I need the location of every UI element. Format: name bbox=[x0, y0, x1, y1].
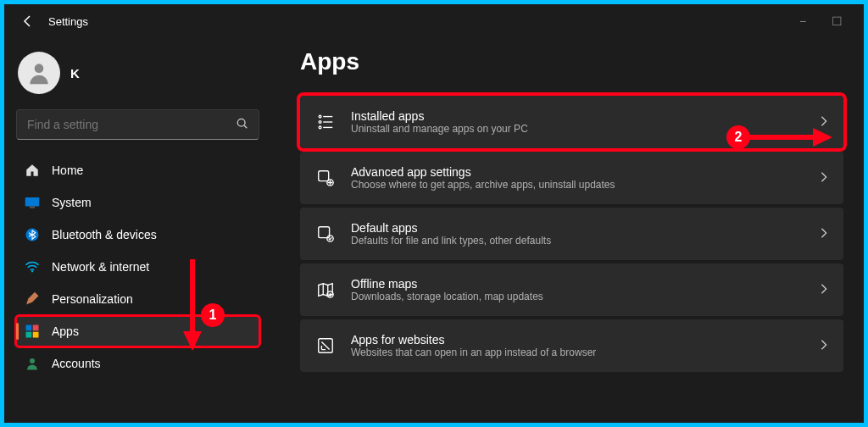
sidebar-item-label: Accounts bbox=[52, 357, 101, 370]
svg-rect-10 bbox=[33, 332, 39, 338]
page-title: Apps bbox=[300, 48, 843, 75]
annotation-arrow-1 bbox=[180, 259, 205, 352]
nav-list: Home System Bluetooth & devices Network … bbox=[16, 155, 259, 379]
default-apps-icon bbox=[315, 224, 336, 244]
chevron-right-icon bbox=[820, 171, 828, 186]
svg-rect-3 bbox=[25, 197, 40, 207]
advanced-settings-icon bbox=[315, 168, 336, 188]
installed-apps-icon bbox=[315, 112, 336, 132]
svg-point-0 bbox=[35, 64, 44, 73]
svg-rect-18 bbox=[319, 171, 329, 181]
card-subtitle: Choose where to get apps, archive apps, … bbox=[351, 179, 804, 191]
sidebar-item-label: Home bbox=[52, 164, 83, 177]
annotation-arrow-2 bbox=[749, 125, 834, 150]
sidebar-item-network[interactable]: Network & internet bbox=[16, 252, 259, 282]
card-title: Apps for websites bbox=[351, 333, 804, 347]
card-title: Default apps bbox=[351, 221, 804, 235]
back-button[interactable] bbox=[14, 8, 42, 35]
home-icon bbox=[25, 163, 40, 178]
card-offline-maps[interactable]: Offline maps Downloads, storage location… bbox=[300, 263, 843, 316]
svg-point-6 bbox=[31, 270, 33, 272]
svg-point-16 bbox=[319, 126, 321, 129]
svg-point-12 bbox=[319, 115, 321, 118]
sidebar-item-bluetooth[interactable]: Bluetooth & devices bbox=[16, 219, 259, 250]
sidebar-item-system[interactable]: System bbox=[16, 187, 259, 218]
svg-line-2 bbox=[244, 125, 247, 128]
system-icon bbox=[25, 195, 40, 210]
svg-rect-7 bbox=[26, 325, 32, 331]
offline-maps-icon bbox=[315, 280, 336, 300]
apps-icon bbox=[25, 324, 40, 339]
annotation-badge-1: 1 bbox=[201, 303, 225, 327]
personalization-icon bbox=[25, 291, 40, 307]
bluetooth-icon bbox=[25, 227, 40, 242]
card-advanced-settings[interactable]: Advanced app settings Choose where to ge… bbox=[300, 152, 843, 204]
titlebar: Settings − ☐ bbox=[4, 4, 864, 38]
search-input[interactable] bbox=[27, 118, 230, 131]
card-title: Advanced app settings bbox=[351, 165, 804, 179]
svg-point-1 bbox=[237, 119, 245, 126]
card-default-apps[interactable]: Default apps Defaults for file and link … bbox=[300, 208, 843, 260]
settings-window: Settings − ☐ K Home bbox=[4, 4, 864, 423]
sidebar-item-accounts[interactable]: Accounts bbox=[16, 348, 259, 379]
sidebar-item-label: Personalization bbox=[52, 292, 133, 306]
card-apps-for-websites[interactable]: Apps for websites Websites that can open… bbox=[300, 319, 843, 372]
sidebar-item-label: Bluetooth & devices bbox=[52, 228, 157, 241]
accounts-icon bbox=[25, 356, 40, 371]
window-title: Settings bbox=[48, 15, 88, 28]
search-icon bbox=[236, 118, 248, 132]
svg-rect-8 bbox=[33, 325, 39, 331]
svg-point-11 bbox=[30, 358, 35, 363]
minimize-button[interactable]: − bbox=[794, 13, 811, 30]
maximize-button[interactable]: ☐ bbox=[828, 13, 845, 30]
card-title: Offline maps bbox=[351, 277, 804, 291]
apps-for-websites-icon bbox=[315, 336, 336, 356]
card-subtitle: Defaults for file and link types, other … bbox=[351, 235, 804, 247]
sidebar-item-label: Network & internet bbox=[52, 260, 149, 274]
sidebar: K Home System Bluetooth bbox=[4, 38, 271, 423]
chevron-right-icon bbox=[820, 283, 828, 297]
annotation-badge-2: 2 bbox=[726, 125, 750, 149]
sidebar-item-home[interactable]: Home bbox=[16, 155, 259, 186]
svg-marker-27 bbox=[813, 128, 832, 147]
card-subtitle: Downloads, storage location, map updates bbox=[351, 291, 804, 302]
main-panel: Apps Installed apps Uninstall and manage… bbox=[271, 38, 864, 423]
chevron-right-icon bbox=[820, 227, 828, 241]
search-box[interactable] bbox=[16, 109, 259, 140]
profile-section[interactable]: K bbox=[16, 47, 259, 109]
wifi-icon bbox=[25, 259, 40, 274]
svg-point-14 bbox=[319, 121, 321, 124]
svg-rect-9 bbox=[26, 332, 32, 338]
card-title: Installed apps bbox=[351, 109, 804, 123]
profile-name: K bbox=[70, 66, 258, 80]
sidebar-item-label: Apps bbox=[52, 324, 79, 338]
card-subtitle: Websites that can open in an app instead… bbox=[351, 347, 804, 358]
svg-rect-4 bbox=[30, 207, 35, 208]
sidebar-item-label: System bbox=[52, 196, 92, 209]
svg-marker-25 bbox=[183, 331, 202, 351]
avatar bbox=[18, 52, 60, 94]
chevron-right-icon bbox=[820, 339, 828, 353]
